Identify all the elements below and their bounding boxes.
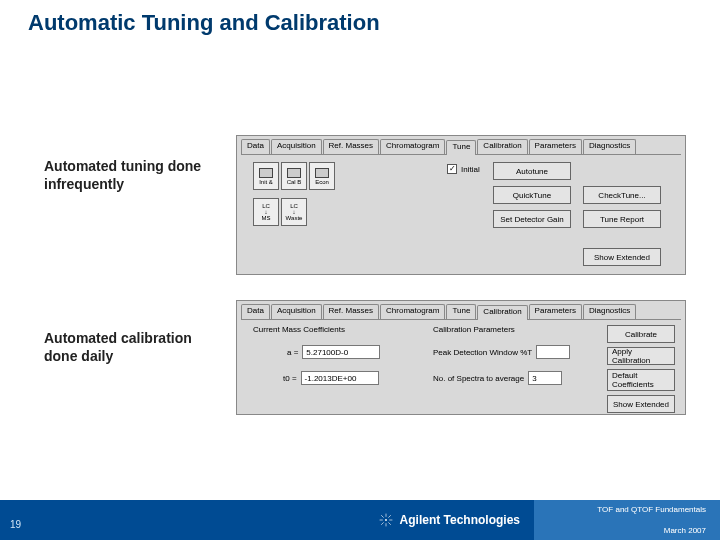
calibrate-button[interactable]: Calibrate: [607, 325, 675, 343]
tool-lc-waste-icon[interactable]: LC ↓ Waste: [281, 198, 307, 226]
svg-line-5: [381, 515, 383, 517]
spectra-avg-label: No. of Spectra to average: [433, 374, 524, 383]
checkbox-label: Initial: [461, 165, 480, 174]
show-extended-button[interactable]: Show Extended: [583, 248, 661, 266]
default-coefficients-button[interactable]: Default Coefficients: [607, 369, 675, 391]
calibration-tabbar: Data Acquisition Ref. Masses Chromatogra…: [241, 304, 681, 320]
brand-text: Agilent Technologies: [400, 513, 520, 527]
tab-diagnostics[interactable]: Diagnostics: [583, 304, 636, 319]
tab-acquisition[interactable]: Acquisition: [271, 139, 322, 154]
svg-line-8: [381, 522, 383, 524]
tool-label-bottom: Waste: [286, 215, 303, 221]
tab-calibration[interactable]: Calibration: [477, 139, 527, 154]
tab-calibration[interactable]: Calibration: [477, 305, 527, 320]
show-extended-button[interactable]: Show Extended: [607, 395, 675, 413]
tool-label-bottom: MS: [262, 215, 271, 221]
tool-calb-icon[interactable]: Cal B: [281, 162, 307, 190]
tab-chromatogram[interactable]: Chromatogram: [380, 139, 445, 154]
tool-label: Econ: [315, 179, 329, 185]
tool-init-icon[interactable]: Init &: [253, 162, 279, 190]
left-section-header: Current Mass Coefficients: [253, 325, 345, 334]
svg-line-6: [388, 522, 390, 524]
peak-window-field[interactable]: [536, 345, 570, 359]
tool-lc-ms-icon[interactable]: LC ↓ MS: [253, 198, 279, 226]
tab-data[interactable]: Data: [241, 304, 270, 319]
spark-icon: [378, 512, 394, 528]
tab-parameters[interactable]: Parameters: [529, 304, 582, 319]
tab-diagnostics[interactable]: Diagnostics: [583, 139, 636, 154]
t0-label: t0 =: [283, 374, 297, 383]
tab-acquisition[interactable]: Acquisition: [271, 304, 322, 319]
t0-field[interactable]: -1.2013DE+00: [301, 371, 379, 385]
tool-label: Init &: [259, 179, 273, 185]
tool-label: Cal B: [287, 179, 302, 185]
svg-point-0: [385, 519, 387, 521]
spectra-avg-field[interactable]: 3: [528, 371, 562, 385]
right-section-header: Calibration Parameters: [433, 325, 515, 334]
calibration-panel: Data Acquisition Ref. Masses Chromatogra…: [236, 300, 686, 415]
toolbar-row-2: LC ↓ MS LC ↓ Waste: [253, 198, 309, 226]
tab-ref-masses[interactable]: Ref. Masses: [323, 304, 379, 319]
apply-calibration-button[interactable]: Apply Calibration: [607, 347, 675, 365]
tab-ref-masses[interactable]: Ref. Masses: [323, 139, 379, 154]
checktune-button[interactable]: CheckTune...: [583, 186, 661, 204]
svg-line-7: [388, 515, 390, 517]
caption-calibration: Automated calibration done daily: [44, 330, 214, 365]
checkbox-icon: ✓: [447, 164, 457, 174]
a-field[interactable]: 5.27100D-0: [302, 345, 380, 359]
a-label: a =: [287, 348, 298, 357]
tune-tabbar: Data Acquisition Ref. Masses Chromatogra…: [241, 139, 681, 155]
footer-line-2: March 2007: [664, 526, 706, 535]
slide-footer: 19 Agilent Technologies TOF and QTOF Fun…: [0, 500, 720, 540]
tune-report-button[interactable]: Tune Report: [583, 210, 661, 228]
tool-econ-icon[interactable]: Econ: [309, 162, 335, 190]
peak-window-label: Peak Detection Window %T: [433, 348, 532, 357]
tab-parameters[interactable]: Parameters: [529, 139, 582, 154]
set-detector-gain-button[interactable]: Set Detector Gain: [493, 210, 571, 228]
quicktune-button[interactable]: QuickTune: [493, 186, 571, 204]
tab-chromatogram[interactable]: Chromatogram: [380, 304, 445, 319]
tab-data[interactable]: Data: [241, 139, 270, 154]
tab-tune[interactable]: Tune: [446, 304, 476, 319]
slide-title: Automatic Tuning and Calibration: [28, 10, 380, 36]
initial-checkbox[interactable]: ✓ Initial: [447, 164, 480, 174]
footer-line-1: TOF and QTOF Fundamentals: [597, 505, 706, 514]
brand-logo: Agilent Technologies: [378, 500, 520, 540]
page-number: 19: [10, 519, 21, 530]
autotune-button[interactable]: Autotune: [493, 162, 571, 180]
toolbar-row-1: Init & Cal B Econ: [253, 162, 337, 190]
tune-panel: Data Acquisition Ref. Masses Chromatogra…: [236, 135, 686, 275]
tab-tune[interactable]: Tune: [446, 140, 476, 155]
caption-tuning: Automated tuning done infrequently: [44, 158, 214, 193]
